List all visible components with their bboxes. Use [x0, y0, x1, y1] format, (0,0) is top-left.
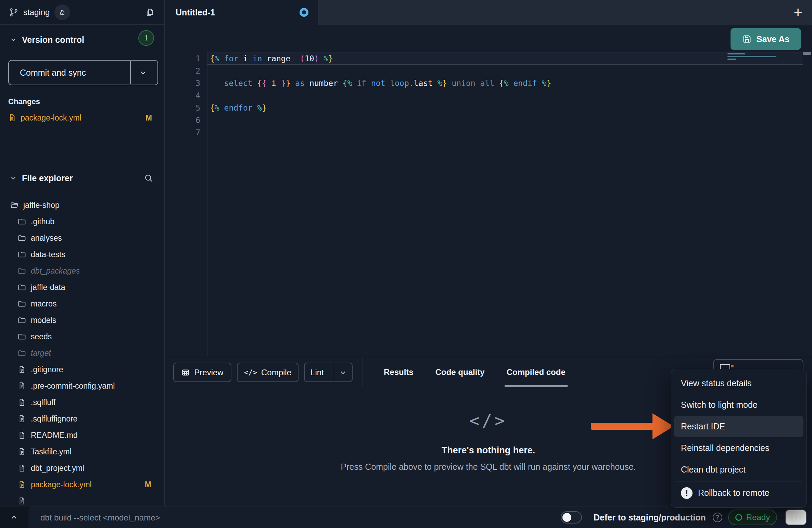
- commit-and-sync-label: Commit and sync: [11, 68, 130, 78]
- minimap[interactable]: [727, 53, 779, 61]
- compile-button[interactable]: </> Compile: [237, 363, 299, 382]
- chevron-down-icon: [10, 36, 17, 43]
- version-control-header[interactable]: Version control 1: [0, 30, 164, 49]
- tree-item-data-tests[interactable]: data-tests: [0, 246, 164, 263]
- menu-item-rollback-to-remote[interactable]: !Rollback to remote: [674, 482, 803, 504]
- lint-dropdown[interactable]: [334, 363, 352, 381]
- commit-options-dropdown[interactable]: [130, 61, 155, 84]
- ready-status-ring-icon: [735, 514, 742, 521]
- branch-name[interactable]: staging: [23, 8, 50, 17]
- tree-item-label: data-tests: [31, 250, 65, 259]
- panel-tab-code-quality[interactable]: Code quality: [435, 357, 485, 387]
- minimap-line: [727, 56, 776, 57]
- tree-item-label: target: [31, 349, 51, 358]
- code-editor[interactable]: 1234567 {% for i in range (10) %} select…: [165, 51, 812, 357]
- save-as-button[interactable]: Save As: [731, 28, 801, 50]
- expand-command-bar-button[interactable]: [0, 506, 28, 528]
- minimap-line: [727, 59, 736, 60]
- file-search-button[interactable]: [142, 171, 155, 185]
- save-icon: [742, 34, 752, 44]
- menu-item-view-status-details[interactable]: View status details: [674, 373, 803, 394]
- gutter-divider: [207, 51, 207, 357]
- dbt-ide-app: staging Version control: [0, 0, 812, 528]
- tree-item-label: .sqlfluff: [31, 398, 55, 407]
- tree-item-label: jaffle-data: [31, 283, 65, 292]
- tree-item-target[interactable]: target: [0, 345, 164, 361]
- menu-item-reinstall-dependencies[interactable]: Reinstall dependencies: [674, 437, 803, 459]
- file-icon: [18, 431, 26, 439]
- folder-open-icon: [10, 201, 18, 209]
- unsaved-indicator-dot[interactable]: [300, 8, 308, 17]
- menu-item-clean-dbt-project[interactable]: Clean dbt project: [674, 459, 803, 480]
- tree-item-label: models: [31, 316, 56, 325]
- tree-item-jaffle-shop[interactable]: jaffle-shop: [0, 197, 164, 213]
- line-number: 3: [165, 77, 200, 89]
- tree-item-macros[interactable]: macros: [0, 296, 164, 312]
- menu-item-restart-ide[interactable]: Restart IDE: [674, 416, 803, 437]
- file-explorer-header[interactable]: File explorer: [0, 168, 164, 188]
- file-explorer-title: File explorer: [22, 173, 73, 183]
- line-number: 2: [165, 65, 200, 77]
- branch-lock-chip: [54, 4, 70, 20]
- code-icon: </>: [244, 368, 257, 377]
- toolbar-divider: [363, 357, 363, 387]
- tree-item--sqlfluff[interactable]: .sqlfluff: [0, 394, 164, 411]
- ready-status-button[interactable]: Ready: [728, 510, 777, 525]
- chevron-down-icon: [339, 369, 347, 376]
- menu-item-switch-to-light-mode[interactable]: Switch to light mode: [674, 394, 803, 416]
- tree-item-label: analyses: [31, 234, 62, 243]
- lint-button[interactable]: Lint: [304, 363, 353, 382]
- status-bar: Defer to staging/production ? Ready: [0, 506, 812, 528]
- changed-file-row[interactable]: package-lock.yml M: [8, 110, 158, 125]
- tree-item-dbt-packages[interactable]: dbt_packages: [0, 263, 164, 279]
- tree-item-label: jaffle-shop: [23, 201, 60, 210]
- tree-item-dbt-project-yml[interactable]: dbt_project.yml: [0, 460, 164, 476]
- tabstrip-divider: [779, 0, 779, 25]
- tree-item-package-lock-yml[interactable]: package-lock.ymlM: [0, 476, 164, 493]
- editor-scrollbar-track[interactable]: [803, 51, 812, 357]
- tree-item-readme-md[interactable]: README.md: [0, 427, 164, 443]
- tree-item-taskfile-yml[interactable]: Taskfile.yml: [0, 443, 164, 460]
- tree-item-seeds[interactable]: seeds: [0, 328, 164, 345]
- tree-item-models[interactable]: models: [0, 312, 164, 328]
- panel-tab-results[interactable]: Results: [384, 357, 414, 387]
- defer-toggle[interactable]: [561, 511, 582, 524]
- tab-untitled-1[interactable]: Untitled-1: [165, 0, 318, 25]
- file-icon: [18, 497, 26, 505]
- tree-item-analyses[interactable]: analyses: [0, 230, 164, 246]
- panel-tab-compiled-code[interactable]: Compiled code: [507, 357, 566, 387]
- code-lines[interactable]: {% for i in range (10) %} select {{ i }}…: [210, 52, 551, 139]
- command-input[interactable]: [40, 506, 520, 528]
- menu-item-label: View status details: [681, 378, 752, 388]
- help-icon[interactable]: ?: [713, 513, 722, 522]
- tree-item--sqlfluffignore[interactable]: .sqlfluffignore: [0, 411, 164, 427]
- chevron-down-icon: [10, 174, 17, 182]
- editor-tabstrip: Untitled-1 +: [165, 0, 812, 25]
- tree-item--github[interactable]: .github: [0, 213, 164, 230]
- copy-branch-button[interactable]: [142, 5, 157, 20]
- command-panel: Defer to staging/production ? Ready: [28, 506, 812, 528]
- more-options-button[interactable]: [785, 510, 807, 525]
- line-number-gutter: 1234567: [165, 52, 200, 139]
- folder-icon: [18, 332, 26, 341]
- defer-label: Defer to staging/production: [594, 506, 706, 528]
- tree-item-label: macros: [31, 299, 56, 309]
- tree-item-jaffle-data[interactable]: jaffle-data: [0, 279, 164, 296]
- menu-item-label: Clean dbt project: [681, 465, 746, 475]
- save-as-label: Save As: [757, 34, 789, 44]
- tree-item--gitignore[interactable]: .gitignore: [0, 361, 164, 378]
- tree-item-label: Taskfile.yml: [31, 447, 72, 456]
- new-tab-button[interactable]: +: [784, 0, 812, 25]
- tree-item--pre-commit-config-yaml[interactable]: .pre-commit-config.yaml: [0, 378, 164, 394]
- code-line-1: {% for i in range (10) %}: [210, 52, 551, 65]
- file-icon: [18, 480, 26, 489]
- tree-item-partial[interactable]: [0, 493, 164, 506]
- tab-label: Untitled-1: [176, 8, 215, 17]
- git-branch-icon: [9, 8, 18, 17]
- file-icon: [18, 398, 26, 406]
- commit-and-sync-button[interactable]: Commit and sync: [8, 60, 158, 85]
- editor-scrollbar-thumb[interactable]: [803, 52, 811, 55]
- code-line-6: [210, 114, 551, 126]
- preview-button[interactable]: Preview: [173, 363, 231, 382]
- chevron-up-icon: [10, 513, 18, 521]
